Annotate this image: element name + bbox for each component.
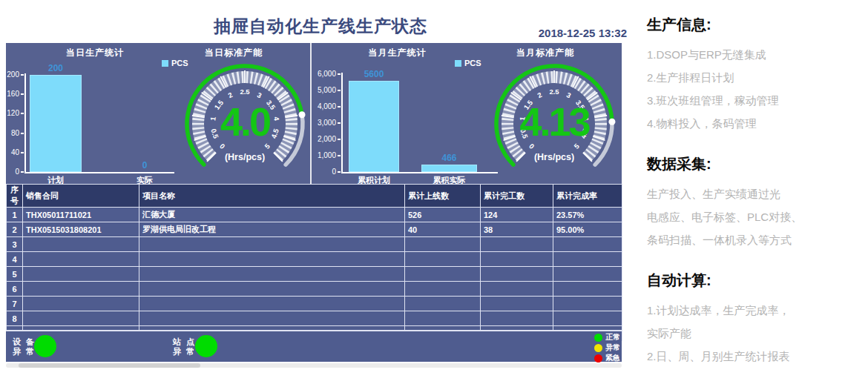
y-axis-tick-mark bbox=[21, 152, 24, 153]
table-cell bbox=[139, 252, 405, 267]
table-cell bbox=[405, 297, 481, 311]
table-cell bbox=[553, 297, 622, 311]
legend-swatch-pcs bbox=[162, 60, 168, 67]
column-header: 累计完成率 bbox=[553, 185, 622, 208]
gauge-tick-label: 3 bbox=[256, 90, 263, 99]
y-axis-tick-label: 200 bbox=[6, 70, 19, 79]
table-cell bbox=[481, 297, 553, 311]
table-cell bbox=[23, 311, 139, 326]
legend-label: PCS bbox=[464, 59, 481, 67]
station-abnormal-label: 站 点 异 常 bbox=[173, 337, 196, 357]
table-cell bbox=[405, 267, 481, 282]
table-cell bbox=[405, 252, 481, 267]
gauge-svg: 00.511.522.533.544.554.13(Hrs/pcs) bbox=[484, 61, 625, 179]
x-axis-line bbox=[341, 172, 498, 173]
status-legend-item: 正常 bbox=[594, 333, 620, 342]
gauge-tick-label: 2 bbox=[536, 90, 543, 99]
chart-bar bbox=[30, 75, 82, 172]
dashboard-panel: 当日生产统计 PCS04080120160200200计划0实际 当日标准产能 … bbox=[6, 43, 622, 362]
gauge-tick-label: 4 bbox=[272, 116, 281, 122]
table-cell bbox=[481, 267, 553, 282]
gauge-tick-label: 2.5 bbox=[240, 87, 250, 96]
y-axis-tick-label: 4,000 bbox=[310, 102, 336, 110]
table-row: 4 bbox=[7, 252, 622, 267]
bar-value-label: 0 bbox=[108, 160, 182, 171]
gauge-value: 4.13 bbox=[519, 99, 590, 144]
table-cell bbox=[481, 282, 553, 297]
table-cell bbox=[139, 311, 405, 326]
info-panel: 生产信息:1.DSOP与ERP无缝集成2.生产排程日计划3.班次班组管理，稼动管… bbox=[647, 15, 865, 368]
table-row: 6 bbox=[7, 282, 622, 297]
info-section-item: 3.班次班组管理，稼动管理 bbox=[647, 89, 865, 112]
y-axis-tick-label: 2,000 bbox=[310, 135, 336, 143]
table-cell bbox=[139, 237, 405, 252]
y-axis-tick-mark bbox=[21, 113, 24, 114]
status-legend-label: 异常 bbox=[605, 342, 620, 353]
info-section: 生产信息:1.DSOP与ERP无缝集成2.生产排程日计划3.班次班组管理，稼动管… bbox=[647, 15, 865, 135]
status-legend-item: 紧急 bbox=[594, 354, 620, 363]
y-axis-tick-label: 0 bbox=[310, 168, 336, 176]
chart-title: 当日标准产能 bbox=[163, 47, 304, 59]
y-axis-tick-label: 3,000 bbox=[310, 119, 336, 127]
table-cell bbox=[139, 267, 405, 282]
status-legend-dot bbox=[594, 344, 602, 352]
legend-swatch-pcs bbox=[455, 60, 461, 67]
table-cell: 5 bbox=[7, 267, 23, 282]
table-cell bbox=[553, 311, 622, 326]
table-row: 8 bbox=[7, 311, 622, 326]
gauge-unit: (Hrs/pcs) bbox=[225, 152, 265, 162]
y-axis-tick-mark bbox=[338, 122, 341, 124]
daily-production-bar-chart: 当日生产统计 PCS04080120160200200计划0实际 bbox=[6, 43, 184, 184]
gauge-value: 4.0 bbox=[220, 99, 270, 144]
table-cell: 2 bbox=[7, 222, 23, 237]
column-header: 累计上线数 bbox=[405, 185, 481, 208]
gauge-tick-label: 1 bbox=[208, 116, 217, 122]
table-cell bbox=[553, 267, 622, 282]
table-cell: 6 bbox=[7, 282, 23, 297]
y-axis-tick-label: 5,000 bbox=[310, 86, 336, 94]
y-axis-tick-label: 40 bbox=[6, 148, 19, 156]
table-cell bbox=[23, 282, 139, 297]
status-legend-item: 异常 bbox=[594, 343, 620, 352]
y-axis-tick-mark bbox=[338, 106, 341, 107]
info-section-heading: 数据采集: bbox=[647, 154, 865, 173]
gauge-tick-label: 4.5 bbox=[269, 127, 280, 139]
y-axis-tick-label: 160 bbox=[6, 90, 19, 98]
table-cell bbox=[23, 252, 139, 267]
gauge-unit: (Hrs/pcs) bbox=[534, 152, 574, 162]
info-section: 自动计算:1.计划达成率，生产完成率，实际产能2.日、周、月别生产统计报表 bbox=[647, 271, 865, 368]
y-axis-tick-mark bbox=[338, 90, 341, 91]
table-cell: 4 bbox=[7, 252, 23, 267]
production-table: 序号销售合同项目名称累计上线数累计完工数累计完成率 1THX0501171102… bbox=[6, 184, 622, 341]
column-header: 序号 bbox=[7, 185, 23, 208]
info-section-item: 实际产能 bbox=[647, 322, 865, 345]
table-cell: 8 bbox=[7, 311, 23, 326]
gauge-pointer-dot bbox=[299, 111, 306, 118]
table-cell bbox=[139, 297, 405, 311]
chart-bar bbox=[349, 81, 399, 172]
table-row: 3 bbox=[7, 237, 622, 252]
status-legend-dot bbox=[594, 354, 602, 363]
table-cell bbox=[481, 252, 553, 267]
table-cell bbox=[23, 297, 139, 311]
table-row: 5 bbox=[7, 267, 622, 282]
y-axis-tick-mark bbox=[338, 171, 341, 173]
scrollbar-thumb[interactable] bbox=[19, 363, 200, 368]
info-section-heading: 生产信息: bbox=[647, 15, 865, 34]
table-cell: 526 bbox=[405, 208, 481, 222]
chart-title: 当月生产统计 bbox=[310, 47, 484, 59]
table-cell bbox=[23, 267, 139, 282]
daily-capacity-gauge: 00.511.522.533.544.554.0(Hrs/pcs) bbox=[174, 61, 315, 179]
scrollbar-track[interactable] bbox=[6, 363, 622, 368]
y-axis-tick-mark bbox=[338, 155, 341, 156]
table-cell: THX0515031808201 bbox=[23, 222, 139, 237]
table-cell: 40 bbox=[405, 222, 481, 237]
bar-value-label: 5600 bbox=[338, 69, 410, 79]
table-cell: 38 bbox=[481, 222, 553, 237]
y-axis-line bbox=[24, 73, 26, 173]
info-section-item: 1.DSOP与ERP无缝集成 bbox=[647, 43, 865, 66]
y-axis-tick-label: 6,000 bbox=[310, 70, 336, 78]
info-section: 数据采集:生产投入、生产实绩通过光电感应、电子标签、PLC对接、条码扫描、一体机… bbox=[647, 154, 865, 251]
gauge-svg: 00.511.522.533.544.554.0(Hrs/pcs) bbox=[174, 61, 315, 179]
y-axis-tick-mark bbox=[338, 139, 341, 140]
